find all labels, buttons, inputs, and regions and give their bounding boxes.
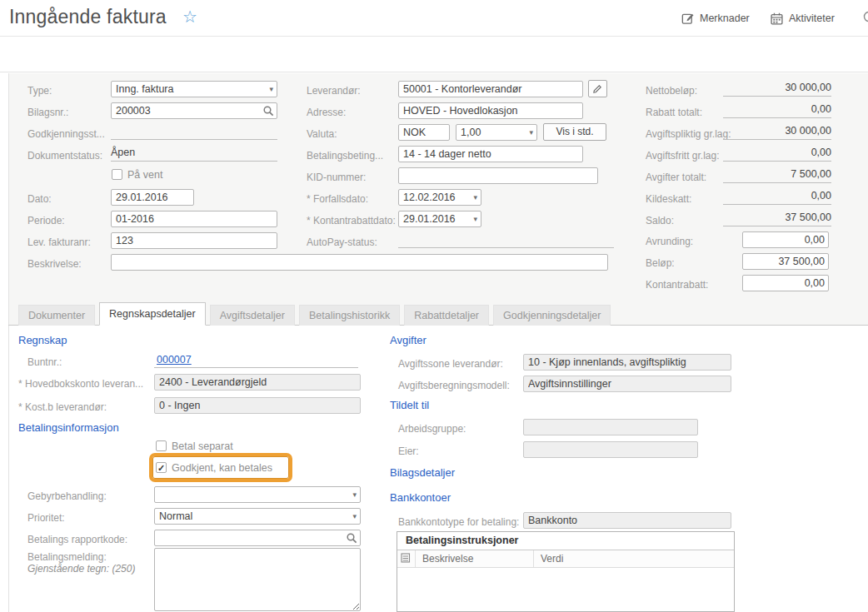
belop-input[interactable]: 37 500,00 xyxy=(742,253,829,270)
avgiftsberegningsmodell-input: Avgiftsinnstillinger xyxy=(523,376,731,392)
bankkontotype-input: Bankkonto xyxy=(523,512,731,529)
bankkontoer-section-header: Bankkontoer xyxy=(390,491,451,504)
search-icon[interactable] xyxy=(262,105,275,117)
godkjenningsstatus-label: Godkjenningsst... xyxy=(27,127,105,141)
search-icon[interactable] xyxy=(346,532,358,545)
betal-separat-checkbox[interactable] xyxy=(156,440,167,451)
betalingsmelding-textarea[interactable] xyxy=(154,548,361,611)
avgiftssone-label: Avgiftssone leverandør: xyxy=(398,357,503,371)
betalingsbetingelser-input[interactable]: 14 - 14 dager netto xyxy=(398,146,583,162)
kontantrabatt-input[interactable]: 0,00 xyxy=(742,275,829,291)
column-header-beskrivelse[interactable]: Beskrivelse xyxy=(416,550,534,567)
toolbar: ▾ Oppdater Behandlinger ▾ xyxy=(0,37,868,72)
avgiftsberegningsmodell-label: Avgiftsberegningsmodell: xyxy=(398,379,510,392)
avgiftspliktig-grlag-label: Avgiftspliktig gr.lag: xyxy=(646,127,731,141)
favorite-star-icon[interactable]: ☆ xyxy=(182,7,197,27)
beskrivelse-input[interactable] xyxy=(111,254,608,271)
column-header-verdi[interactable]: Verdi xyxy=(534,550,734,567)
leverandor-label: Leverandør: xyxy=(307,84,361,97)
avgifter-totalt-label: Avgifter totalt: xyxy=(646,171,706,184)
valuta-code-input[interactable]: NOK xyxy=(398,124,450,141)
kildeskatt-label: Kildeskatt: xyxy=(646,192,691,206)
merknader-label: Merknader xyxy=(700,12,750,24)
bilagsdetaljer-section-header: Bilagsdetaljer xyxy=(390,466,455,479)
avgiftsfritt-grlag-value: 0,00 xyxy=(723,146,831,162)
forfallsdato-datepicker[interactable]: 12.02.2016 ▾ xyxy=(398,189,481,206)
kostb-leverandor-input: 0 - Ingen xyxy=(154,397,361,414)
dato-input[interactable]: 29.01.2016 xyxy=(111,189,194,206)
chevron-down-icon: ▾ xyxy=(473,215,477,223)
kontantrabattdato-datepicker[interactable]: 29.01.2016 ▾ xyxy=(398,211,481,227)
pencil-icon xyxy=(592,83,603,94)
row-settings-icon[interactable] xyxy=(397,550,416,567)
hovedbokskonto-label: * Hovedbokskonto leveran... xyxy=(18,377,143,391)
periode-label: Periode: xyxy=(27,214,65,227)
adresse-input[interactable]: HOVED - Hovedlokasjon xyxy=(398,102,583,119)
avrunding-input[interactable]: 0,00 xyxy=(742,231,829,248)
kid-nummer-input[interactable] xyxy=(398,167,598,184)
godkjent-kan-betales-checkbox[interactable]: ✓ xyxy=(156,462,167,473)
hovedbokskonto-input: 2400 - Leverandørgjeld xyxy=(154,374,361,391)
avrunding-label: Avrunding: xyxy=(646,235,693,248)
tab-godkjenningsdetaljer[interactable]: Godkjenningsdetaljer xyxy=(493,305,611,326)
aktiviteter-label: Aktiviteter xyxy=(789,12,835,24)
tildelt-til-section-header: Tildelt til xyxy=(390,399,429,411)
beskrivelse-label: Beskrivelse: xyxy=(27,257,82,271)
chevron-down-icon: ▾ xyxy=(473,193,477,202)
betalings-rapportkode-input[interactable] xyxy=(154,530,361,546)
invoice-entry-screen: Inngående faktura ☆ Merknader Aktivitete… xyxy=(0,0,868,612)
leverandor-edit-button[interactable] xyxy=(588,80,607,97)
panel-left-border xyxy=(8,73,9,612)
godkjenningsstatus-value xyxy=(111,124,277,140)
note-pencil-icon xyxy=(681,12,695,26)
belop-label: Beløp: xyxy=(646,256,675,270)
tab-betalingshistorikk[interactable]: Betalingshistorikk xyxy=(299,305,400,326)
chevron-down-icon: ▾ xyxy=(352,490,357,499)
betalingsinstruksjoner-table: Betalingsinstruksjoner Beskrivelse Verdi xyxy=(397,531,735,612)
rabatt-totalt-label: Rabatt totalt: xyxy=(646,106,702,119)
kostb-leverandor-label: * Kost.b leverandør: xyxy=(18,401,107,414)
tab-dokumenter[interactable]: Dokumenter xyxy=(18,305,95,326)
eier-label: Eier: xyxy=(398,445,419,458)
tab-rabattdetaljer[interactable]: Rabattdetaljer xyxy=(404,305,489,326)
avgiftspliktig-grlag-value: 30 000,00 xyxy=(723,124,831,140)
nettobelop-label: Nettobeløp: xyxy=(646,84,697,97)
prioritet-label: Prioritet: xyxy=(27,511,65,525)
betalingsinformasjon-section-header: Betalingsinformasjon xyxy=(18,421,119,434)
arbeidsgruppe-label: Arbeidsgruppe: xyxy=(398,422,466,435)
merknader-button[interactable]: Merknader xyxy=(681,9,750,27)
leverandor-input[interactable]: 50001 - Kontorleverandør xyxy=(398,81,583,97)
aktiviteter-button[interactable]: Aktiviteter xyxy=(770,9,835,27)
tab-avgiftsdetaljer[interactable]: Avgiftsdetaljer xyxy=(210,305,295,326)
type-dropdown[interactable]: Inng. faktura ▾ xyxy=(111,81,277,97)
gebyrbehandling-dropdown[interactable]: ▾ xyxy=(154,486,361,503)
betal-separat-label: Betal separat xyxy=(172,440,233,452)
bilagsnr-input[interactable]: 200003 xyxy=(111,102,277,119)
vis-i-std-button[interactable]: Vis i std. xyxy=(543,123,606,141)
valuta-rate-dropdown[interactable]: 1,00 ▾ xyxy=(456,124,537,141)
autopay-status-value xyxy=(398,232,614,248)
betalingsmelding-remaining-chars: Gjenstående tegn: (250) xyxy=(27,562,135,575)
buntnr-link[interactable]: 000007 xyxy=(157,354,192,366)
dokumentstatus-value: Åpen xyxy=(111,146,277,162)
kontantrabatt-label: Kontantrabatt: xyxy=(646,278,708,291)
prioritet-dropdown[interactable]: Normal ▾ xyxy=(154,508,361,525)
lev-fakturanr-input[interactable]: 123 xyxy=(111,232,277,249)
betalings-rapportkode-label: Betalings rapportkode: xyxy=(27,533,127,546)
kontantrabattdato-label: * Kontantrabattdato: xyxy=(307,214,396,227)
bankkontotype-label: Bankkontotype for betaling: xyxy=(398,515,519,529)
tab-bar: Dokumenter Regnskapsdetaljer Avgiftsdeta… xyxy=(8,302,868,326)
periode-input[interactable]: 01-2016 xyxy=(111,211,277,227)
paa-vent-label: På vent xyxy=(127,169,162,181)
adresse-label: Adresse: xyxy=(307,106,346,119)
betalingsbetingelser-label: Betalingsbeting... xyxy=(307,149,383,162)
paa-vent-checkbox[interactable] xyxy=(112,169,122,180)
tab-regnskapsdetaljer[interactable]: Regnskapsdetaljer xyxy=(99,302,206,326)
saldo-label: Saldo: xyxy=(646,214,674,227)
partial-edge-icon xyxy=(861,11,868,22)
nettobelop-value: 30 000,00 xyxy=(723,81,831,97)
type-label: Type: xyxy=(27,84,52,97)
chevron-down-icon: ▾ xyxy=(269,85,273,93)
godkjent-kan-betales-label: Godkjent, kan betales xyxy=(172,462,272,474)
bilagsnr-label: Bilagsnr.: xyxy=(27,106,68,119)
